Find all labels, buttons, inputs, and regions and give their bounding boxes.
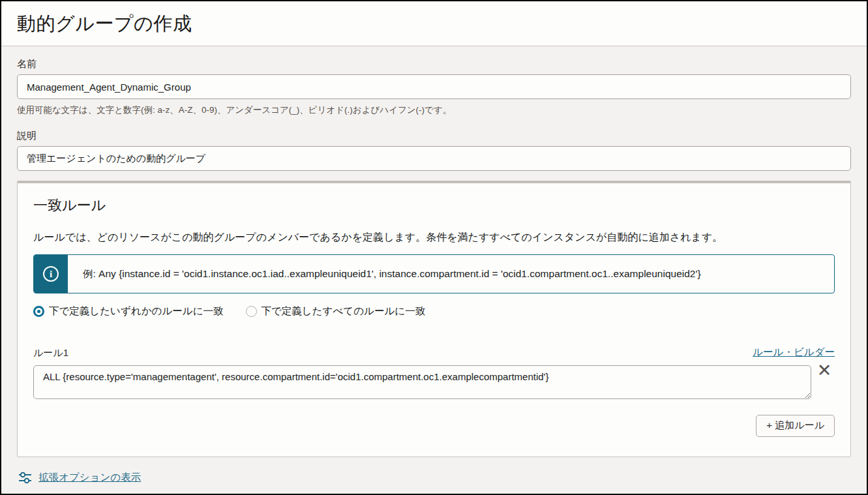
dialog-header: 動的グループの作成 bbox=[1, 1, 867, 46]
advanced-options-row: 拡張オプションの表示 bbox=[17, 470, 851, 485]
radio-match-any[interactable]: 下で定義したいずれかのルールに一致 bbox=[33, 305, 224, 318]
description-input[interactable] bbox=[17, 146, 851, 171]
rule1-remove-icon[interactable]: ✕ bbox=[814, 360, 835, 381]
name-input[interactable] bbox=[17, 74, 851, 99]
rule1-label: ルール1 bbox=[33, 347, 68, 359]
name-helper-text: 使用可能な文字は、文字と数字(例: a-z、A-Z、0-9)、アンダースコア(_… bbox=[17, 104, 851, 116]
rule1-row: ALL {resource.type='managementagent', re… bbox=[33, 365, 835, 399]
radio-match-any-circle[interactable] bbox=[33, 306, 44, 317]
infobox-stripe: i bbox=[34, 255, 68, 293]
show-advanced-options-link[interactable]: 拡張オプションの表示 bbox=[38, 471, 141, 485]
page-title: 動的グループの作成 bbox=[17, 11, 851, 37]
radio-match-all-circle[interactable] bbox=[246, 306, 257, 317]
name-label: 名前 bbox=[17, 58, 851, 70]
rule1-textarea[interactable]: ALL {resource.type='managementagent', re… bbox=[33, 365, 811, 399]
info-icon: i bbox=[43, 266, 59, 282]
description-label: 説明 bbox=[17, 130, 851, 142]
rule-example-text: 例: Any {instance.id = 'ocid1.instance.oc… bbox=[68, 255, 711, 293]
match-mode-radio-group: 下で定義したいずれかのルールに一致 下で定義したすべてのルールに一致 bbox=[33, 305, 835, 318]
radio-match-all[interactable]: 下で定義したすべてのルールに一致 bbox=[246, 305, 426, 318]
matching-rules-panel: 一致ルール ルールでは、どのリソースがこの動的グループのメンバーであるかを定義し… bbox=[17, 181, 851, 457]
create-dynamic-group-dialog: 動的グループの作成 名前 使用可能な文字は、文字と数字(例: a-z、A-Z、0… bbox=[0, 0, 868, 495]
matching-rules-title: 一致ルール bbox=[33, 196, 835, 215]
rule-builder-link[interactable]: ルール・ビルダー bbox=[753, 346, 835, 359]
dialog-body: 名前 使用可能な文字は、文字と数字(例: a-z、A-Z、0-9)、アンダースコ… bbox=[1, 46, 867, 485]
sliders-icon bbox=[18, 470, 33, 485]
rule1-header: ルール1 ルール・ビルダー bbox=[33, 346, 835, 359]
matching-rules-description: ルールでは、どのリソースがこの動的グループのメンバーであるかを定義します。条件を… bbox=[33, 231, 835, 245]
footer-divider bbox=[1, 494, 867, 494]
rule-example-infobox: i 例: Any {instance.id = 'ocid1.instance.… bbox=[33, 254, 835, 293]
add-rule-row: + 追加ルール bbox=[33, 415, 835, 437]
add-rule-button[interactable]: + 追加ルール bbox=[756, 415, 835, 437]
radio-match-any-label: 下で定義したいずれかのルールに一致 bbox=[49, 305, 224, 318]
radio-match-all-label: 下で定義したすべてのルールに一致 bbox=[262, 305, 426, 318]
